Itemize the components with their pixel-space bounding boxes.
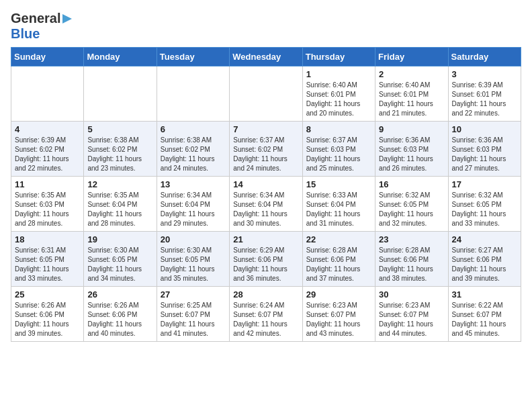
calendar-cell: 24Sunrise: 6:27 AM Sunset: 6:06 PM Dayli…: [448, 232, 521, 287]
day-info: Sunrise: 6:37 AM Sunset: 6:03 PM Dayligh…: [306, 136, 371, 173]
day-info: Sunrise: 6:38 AM Sunset: 6:02 PM Dayligh…: [87, 136, 152, 173]
calendar-cell: 15Sunrise: 6:33 AM Sunset: 6:04 PM Dayli…: [302, 177, 375, 232]
day-number: 8: [306, 124, 371, 134]
calendar-cell: 2Sunrise: 6:40 AM Sunset: 6:01 PM Daylig…: [375, 66, 448, 122]
day-info: Sunrise: 6:34 AM Sunset: 6:04 PM Dayligh…: [161, 191, 226, 228]
day-number: 10: [452, 124, 517, 134]
day-number: 16: [379, 179, 444, 189]
day-number: 6: [161, 124, 226, 134]
column-header-monday: Monday: [84, 48, 157, 66]
calendar-cell: 5Sunrise: 6:38 AM Sunset: 6:02 PM Daylig…: [84, 122, 157, 177]
day-number: 3: [452, 69, 517, 79]
calendar-week-row: 1Sunrise: 6:40 AM Sunset: 6:01 PM Daylig…: [11, 66, 521, 122]
column-header-tuesday: Tuesday: [157, 48, 229, 66]
day-number: 9: [379, 124, 444, 134]
day-info: Sunrise: 6:32 AM Sunset: 6:05 PM Dayligh…: [452, 191, 517, 228]
day-number: 26: [87, 289, 152, 300]
day-info: Sunrise: 6:30 AM Sunset: 6:05 PM Dayligh…: [87, 246, 152, 283]
day-number: 21: [233, 234, 298, 244]
day-info: Sunrise: 6:34 AM Sunset: 6:04 PM Dayligh…: [233, 191, 298, 228]
logo-general: General: [11, 11, 60, 26]
calendar-cell: 6Sunrise: 6:38 AM Sunset: 6:02 PM Daylig…: [157, 122, 229, 177]
calendar-cell: 30Sunrise: 6:23 AM Sunset: 6:07 PM Dayli…: [375, 287, 448, 342]
calendar-cell: 12Sunrise: 6:35 AM Sunset: 6:04 PM Dayli…: [84, 177, 157, 232]
calendar-cell: 25Sunrise: 6:26 AM Sunset: 6:06 PM Dayli…: [11, 287, 84, 342]
day-number: 11: [15, 179, 80, 189]
day-number: 12: [87, 179, 152, 189]
column-header-sunday: Sunday: [11, 48, 84, 66]
column-header-saturday: Saturday: [448, 48, 521, 66]
calendar-cell: 31Sunrise: 6:22 AM Sunset: 6:07 PM Dayli…: [448, 287, 521, 342]
day-info: Sunrise: 6:38 AM Sunset: 6:02 PM Dayligh…: [161, 136, 226, 173]
day-number: 25: [15, 289, 80, 300]
calendar-header-row: SundayMondayTuesdayWednesdayThursdayFrid…: [11, 48, 521, 66]
day-info: Sunrise: 6:35 AM Sunset: 6:03 PM Dayligh…: [15, 191, 80, 228]
day-info: Sunrise: 6:33 AM Sunset: 6:04 PM Dayligh…: [306, 191, 371, 228]
day-number: 13: [161, 179, 226, 189]
day-info: Sunrise: 6:26 AM Sunset: 6:06 PM Dayligh…: [87, 301, 152, 338]
day-info: Sunrise: 6:23 AM Sunset: 6:07 PM Dayligh…: [306, 301, 371, 338]
day-number: 28: [233, 289, 298, 300]
calendar-cell: 27Sunrise: 6:25 AM Sunset: 6:07 PM Dayli…: [157, 287, 229, 342]
day-number: 18: [15, 234, 80, 244]
day-info: Sunrise: 6:25 AM Sunset: 6:07 PM Dayligh…: [161, 301, 226, 338]
day-info: Sunrise: 6:37 AM Sunset: 6:02 PM Dayligh…: [233, 136, 298, 173]
calendar-cell: [230, 66, 302, 122]
day-number: 23: [379, 234, 444, 244]
day-info: Sunrise: 6:35 AM Sunset: 6:04 PM Dayligh…: [87, 191, 152, 228]
calendar-cell: [11, 66, 84, 122]
day-number: 29: [306, 289, 371, 300]
logo: General Blue: [11, 11, 73, 42]
day-info: Sunrise: 6:24 AM Sunset: 6:07 PM Dayligh…: [233, 301, 298, 338]
day-info: Sunrise: 6:28 AM Sunset: 6:06 PM Dayligh…: [379, 246, 444, 283]
day-info: Sunrise: 6:23 AM Sunset: 6:07 PM Dayligh…: [379, 301, 444, 338]
page-header: General Blue: [11, 11, 521, 42]
svg-marker-0: [62, 14, 72, 24]
day-number: 2: [379, 69, 444, 79]
day-number: 17: [452, 179, 517, 189]
logo-blue: Blue: [11, 26, 40, 41]
day-info: Sunrise: 6:32 AM Sunset: 6:05 PM Dayligh…: [379, 191, 444, 228]
day-number: 20: [161, 234, 226, 244]
calendar-cell: 7Sunrise: 6:37 AM Sunset: 6:02 PM Daylig…: [230, 122, 302, 177]
calendar-cell: 28Sunrise: 6:24 AM Sunset: 6:07 PM Dayli…: [230, 287, 302, 342]
day-info: Sunrise: 6:39 AM Sunset: 6:02 PM Dayligh…: [15, 136, 80, 173]
calendar-cell: 10Sunrise: 6:36 AM Sunset: 6:03 PM Dayli…: [448, 122, 521, 177]
day-number: 27: [161, 289, 226, 300]
day-info: Sunrise: 6:28 AM Sunset: 6:06 PM Dayligh…: [306, 246, 371, 283]
calendar-cell: 19Sunrise: 6:30 AM Sunset: 6:05 PM Dayli…: [84, 232, 157, 287]
calendar-cell: [84, 66, 157, 122]
column-header-thursday: Thursday: [302, 48, 375, 66]
day-number: 15: [306, 179, 371, 189]
day-info: Sunrise: 6:29 AM Sunset: 6:06 PM Dayligh…: [233, 246, 298, 283]
day-info: Sunrise: 6:30 AM Sunset: 6:05 PM Dayligh…: [161, 246, 226, 283]
calendar-cell: 9Sunrise: 6:36 AM Sunset: 6:03 PM Daylig…: [375, 122, 448, 177]
calendar-cell: 1Sunrise: 6:40 AM Sunset: 6:01 PM Daylig…: [302, 66, 375, 122]
calendar-cell: 20Sunrise: 6:30 AM Sunset: 6:05 PM Dayli…: [157, 232, 229, 287]
calendar-cell: 21Sunrise: 6:29 AM Sunset: 6:06 PM Dayli…: [230, 232, 302, 287]
calendar-cell: 4Sunrise: 6:39 AM Sunset: 6:02 PM Daylig…: [11, 122, 84, 177]
calendar-cell: 3Sunrise: 6:39 AM Sunset: 6:01 PM Daylig…: [448, 66, 521, 122]
day-number: 14: [233, 179, 298, 189]
day-info: Sunrise: 6:39 AM Sunset: 6:01 PM Dayligh…: [452, 81, 517, 118]
calendar-cell: 29Sunrise: 6:23 AM Sunset: 6:07 PM Dayli…: [302, 287, 375, 342]
day-info: Sunrise: 6:22 AM Sunset: 6:07 PM Dayligh…: [452, 301, 517, 338]
day-number: 5: [87, 124, 152, 134]
day-info: Sunrise: 6:31 AM Sunset: 6:05 PM Dayligh…: [15, 246, 80, 283]
day-number: 1: [306, 69, 371, 79]
calendar-week-row: 11Sunrise: 6:35 AM Sunset: 6:03 PM Dayli…: [11, 177, 521, 232]
day-number: 4: [15, 124, 80, 134]
logo-arrow-icon: [61, 13, 73, 25]
day-info: Sunrise: 6:26 AM Sunset: 6:06 PM Dayligh…: [15, 301, 80, 338]
column-header-friday: Friday: [375, 48, 448, 66]
calendar-cell: 18Sunrise: 6:31 AM Sunset: 6:05 PM Dayli…: [11, 232, 84, 287]
day-number: 30: [379, 289, 444, 300]
calendar-week-row: 18Sunrise: 6:31 AM Sunset: 6:05 PM Dayli…: [11, 232, 521, 287]
day-number: 19: [87, 234, 152, 244]
day-info: Sunrise: 6:27 AM Sunset: 6:06 PM Dayligh…: [452, 246, 517, 283]
day-info: Sunrise: 6:36 AM Sunset: 6:03 PM Dayligh…: [452, 136, 517, 173]
calendar-table: SundayMondayTuesdayWednesdayThursdayFrid…: [11, 47, 521, 342]
calendar-cell: 14Sunrise: 6:34 AM Sunset: 6:04 PM Dayli…: [230, 177, 302, 232]
day-number: 24: [452, 234, 517, 244]
day-number: 22: [306, 234, 371, 244]
